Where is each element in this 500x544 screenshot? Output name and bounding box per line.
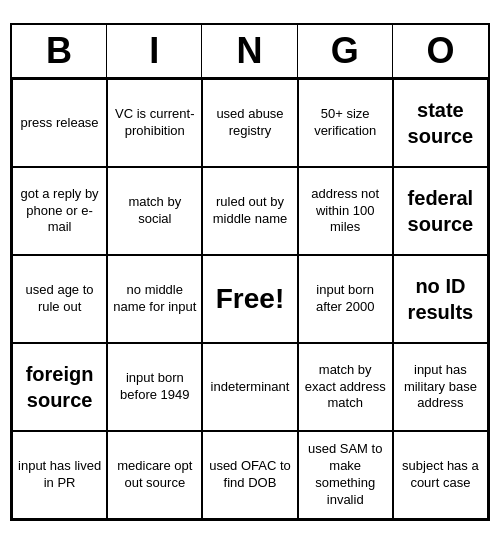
bingo-cell-15[interactable]: foreign source <box>12 343 107 431</box>
bingo-cell-21[interactable]: medicare opt out source <box>107 431 202 519</box>
bingo-cell-16[interactable]: input born before 1949 <box>107 343 202 431</box>
bingo-cell-9[interactable]: federal source <box>393 167 488 255</box>
bingo-cell-10[interactable]: used age to rule out <box>12 255 107 343</box>
bingo-cell-5[interactable]: got a reply by phone or e-mail <box>12 167 107 255</box>
bingo-cell-12[interactable]: Free! <box>202 255 297 343</box>
bingo-cell-4[interactable]: state source <box>393 79 488 167</box>
bingo-cell-13[interactable]: input born after 2000 <box>298 255 393 343</box>
header-letter-I: I <box>107 25 202 77</box>
bingo-cell-23[interactable]: used SAM to make something invalid <box>298 431 393 519</box>
bingo-cell-1[interactable]: VC is current-prohibition <box>107 79 202 167</box>
bingo-cell-17[interactable]: indeterminant <box>202 343 297 431</box>
bingo-cell-14[interactable]: no ID results <box>393 255 488 343</box>
bingo-cell-0[interactable]: press release <box>12 79 107 167</box>
bingo-cell-20[interactable]: input has lived in PR <box>12 431 107 519</box>
bingo-cell-11[interactable]: no middle name for input <box>107 255 202 343</box>
header-letter-O: O <box>393 25 488 77</box>
bingo-cell-2[interactable]: used abuse registry <box>202 79 297 167</box>
bingo-cell-24[interactable]: subject has a court case <box>393 431 488 519</box>
bingo-cell-18[interactable]: match by exact address match <box>298 343 393 431</box>
bingo-cell-3[interactable]: 50+ size verification <box>298 79 393 167</box>
bingo-cell-8[interactable]: address not within 100 miles <box>298 167 393 255</box>
bingo-grid: press releaseVC is current-prohibitionus… <box>12 79 488 519</box>
bingo-cell-19[interactable]: input has military base address <box>393 343 488 431</box>
bingo-header: BINGO <box>12 25 488 79</box>
header-letter-B: B <box>12 25 107 77</box>
bingo-cell-7[interactable]: ruled out by middle name <box>202 167 297 255</box>
bingo-cell-22[interactable]: used OFAC to find DOB <box>202 431 297 519</box>
header-letter-N: N <box>202 25 297 77</box>
header-letter-G: G <box>298 25 393 77</box>
bingo-card: BINGO press releaseVC is current-prohibi… <box>10 23 490 521</box>
bingo-cell-6[interactable]: match by social <box>107 167 202 255</box>
